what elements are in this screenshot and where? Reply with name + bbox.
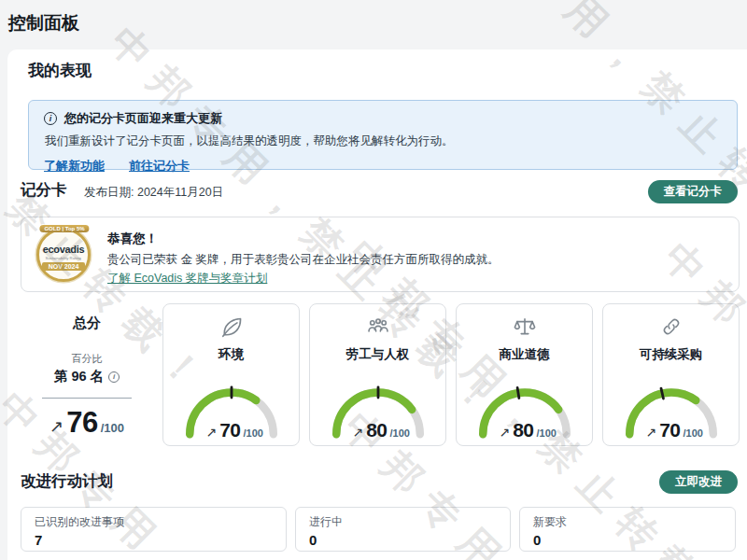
overall-score-block: 总分 百分比 第 96 名 i ↗ 76 /100 <box>21 303 153 446</box>
scorecard-update-banner: i 您的记分卡页面迎来重大更新 我们重新设计了记分卡页面，以提高结果的透明度，帮… <box>28 100 738 170</box>
category-score: 80 <box>366 419 387 441</box>
gauge-ethics: ↗ 80 /100 <box>472 384 577 441</box>
learn-new-features-link[interactable]: 了解新功能 <box>44 158 105 175</box>
stat-label: 新要求 <box>533 514 722 530</box>
overall-score-number: 76 <box>66 406 97 440</box>
category-card-labor-human-rights: 劳工与人权 ↗ 80 /100 <box>309 303 446 446</box>
category-label: 劳工与人权 <box>310 346 445 363</box>
medal-card: GOLD | Top 5% ecovadis Sustainability Ra… <box>21 217 740 292</box>
gauge-procurement: ↗ 70 /100 <box>619 384 724 441</box>
category-score-max: /100 <box>684 427 703 439</box>
content-panel: 我的表现 i 您的记分卡页面迎来重大更新 我们重新设计了记分卡页面，以提高结果的… <box>7 49 747 560</box>
trend-up-icon: ↗ <box>352 425 363 440</box>
category-score-max: /100 <box>537 427 557 439</box>
stat-value: 0 <box>309 532 497 548</box>
category-label: 环境 <box>163 346 299 363</box>
category-card-business-ethics: 商业道德 ↗ 80 /100 <box>456 303 593 446</box>
percentile-info-icon[interactable]: i <box>108 371 120 383</box>
medal-date-label: NOV 2024 <box>42 262 86 271</box>
category-score: 70 <box>659 419 680 441</box>
category-score-max: /100 <box>390 427 410 439</box>
section-title-improvement-plan: 改进行动计划 <box>21 471 113 492</box>
stat-card-new-requirements: 新要求 0 <box>519 507 736 552</box>
category-score-max: /100 <box>244 427 263 439</box>
gauge-labor: ↗ 80 /100 <box>326 384 430 441</box>
trend-up-icon: ↗ <box>205 425 217 440</box>
congrats-title: 恭喜您！ <box>107 231 499 247</box>
category-score: 70 <box>219 419 240 441</box>
stat-value: 0 <box>533 532 722 548</box>
info-icon: i <box>44 112 57 125</box>
scorecard-publish-date: 发布日期: 2024年11月20日 <box>84 185 223 201</box>
category-card-environment: 环境 ↗ 70 /100 <box>162 303 300 446</box>
improve-now-button[interactable]: 立即改进 <box>659 470 738 494</box>
ecovadis-gold-medal-badge: GOLD | Top 5% ecovadis Sustainability Ra… <box>35 226 94 286</box>
stat-card-identified-improvements: 已识别的改进事项 7 <box>21 507 287 552</box>
congrats-body: 贵公司已荣获 金 奖牌，用于表彰贵公司在企业社会责任方面所取得的成就。 <box>107 252 499 268</box>
divider <box>42 398 132 399</box>
trend-up-icon: ↗ <box>645 425 656 440</box>
section-title-my-performance: 我的表现 <box>28 60 92 81</box>
stat-label: 进行中 <box>309 514 497 530</box>
medal-subtitle-label: Sustainability Rating <box>46 255 82 259</box>
gauge-environment: ↗ 70 /100 <box>179 384 284 441</box>
medal-brand-label: ecovadis <box>43 244 85 255</box>
percentile-rank: 第 96 名 <box>54 368 104 385</box>
leaf-icon <box>219 315 244 339</box>
stat-card-in-progress: 进行中 0 <box>295 507 511 552</box>
trend-up-icon: ↗ <box>49 416 63 437</box>
category-label: 可持续采购 <box>603 346 739 363</box>
overall-score-label: 总分 <box>21 315 153 332</box>
percentile-label: 百分比 <box>21 352 153 366</box>
section-title-scorecard: 记分卡 <box>21 180 67 201</box>
people-icon <box>366 315 390 339</box>
go-to-scorecard-link[interactable]: 前往记分卡 <box>129 158 190 175</box>
banner-body: 我们重新设计了记分卡页面，以提高结果的透明度，帮助您将见解转化为行动。 <box>45 133 722 149</box>
stat-value: 7 <box>35 532 273 548</box>
improvement-stats-row: 已识别的改进事项 7 进行中 0 新要求 0 <box>21 507 736 552</box>
gauge-benchmark-tick <box>517 387 519 398</box>
view-scorecard-button[interactable]: 查看记分卡 <box>648 180 739 203</box>
trend-up-icon: ↗ <box>499 425 510 440</box>
overall-score-value: ↗ 76 /100 <box>21 406 153 440</box>
category-score: 80 <box>513 419 533 441</box>
overall-score-max: /100 <box>101 421 124 435</box>
score-row: 总分 百分比 第 96 名 i ↗ 76 /100 环境 <box>21 303 740 446</box>
category-card-sustainable-procurement: 可持续采购 ↗ 70 /100 <box>602 303 740 446</box>
medal-program-link[interactable]: 了解 EcoVadis 奖牌与奖章计划 <box>107 271 267 287</box>
scales-icon <box>513 315 537 339</box>
banner-title: 您的记分卡页面迎来重大更新 <box>64 110 222 127</box>
link-icon <box>659 315 684 339</box>
category-label: 商业道德 <box>457 346 592 363</box>
stat-label: 已识别的改进事项 <box>35 514 273 530</box>
medal-tier-label: GOLD | Top 5% <box>39 225 89 232</box>
page-title: 控制面板 <box>8 11 79 35</box>
